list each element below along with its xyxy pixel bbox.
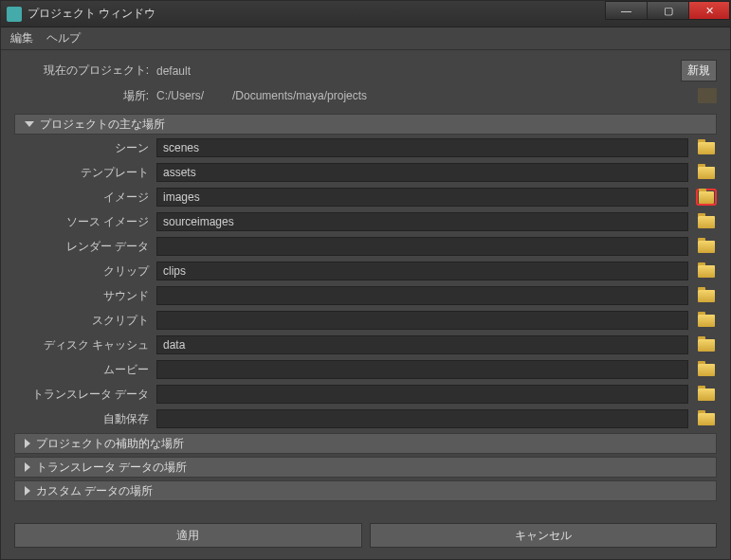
- field-label: 自動保存: [14, 411, 156, 427]
- field-input[interactable]: [156, 237, 688, 256]
- field-input[interactable]: [156, 385, 688, 404]
- folder-icon: [698, 413, 715, 425]
- field-row: サウンド: [14, 285, 717, 306]
- field-label: イメージ: [14, 190, 156, 206]
- current-project-value: default: [156, 64, 191, 78]
- section-translator-locations[interactable]: トランスレータ データの場所: [14, 457, 717, 478]
- field-label: クリップ: [14, 263, 156, 280]
- location-value: C:/Users/ /Documents/maya/projects: [156, 89, 367, 102]
- maximize-button[interactable]: ▢: [647, 1, 688, 20]
- menu-help[interactable]: ヘルプ: [46, 30, 81, 46]
- close-button[interactable]: ✕: [688, 1, 730, 20]
- field-input[interactable]: [156, 163, 688, 182]
- app-icon: [7, 7, 22, 22]
- project-window: プロジェクト ウィンドウ — ▢ ✕ 編集 ヘルプ 現在のプロジェクト: def…: [0, 0, 731, 560]
- field-input[interactable]: [156, 360, 688, 379]
- folder-icon: [698, 290, 715, 302]
- footer: 適用 キャンセル: [1, 512, 730, 559]
- field-row: 自動保存: [14, 408, 717, 429]
- section-custom-label: カスタム データの場所: [36, 483, 153, 499]
- folder-icon: [698, 167, 715, 179]
- section-primary-locations[interactable]: プロジェクトの主な場所: [14, 114, 717, 135]
- content-area: 現在のプロジェクト: default 新規 場所: C:/Users/ /Doc…: [1, 50, 730, 512]
- current-project-row: 現在のプロジェクト: default 新規: [14, 60, 717, 81]
- field-row: トランスレータ データ: [14, 384, 717, 405]
- apply-button[interactable]: 適用: [14, 523, 362, 548]
- field-label: レンダー データ: [14, 239, 156, 255]
- folder-icon: [698, 339, 715, 352]
- field-input[interactable]: [156, 262, 688, 280]
- field-input[interactable]: [156, 335, 688, 354]
- field-row: シーン: [14, 137, 717, 158]
- minimize-button[interactable]: —: [605, 1, 647, 20]
- folder-icon: [698, 142, 715, 154]
- folder-icon: [698, 364, 715, 376]
- field-label: ディスク キャッシュ: [14, 337, 156, 353]
- field-row: ディスク キャッシュ: [14, 334, 717, 355]
- new-project-button[interactable]: 新規: [681, 60, 717, 81]
- field-row: レンダー データ: [14, 236, 717, 257]
- field-input[interactable]: [156, 409, 688, 428]
- field-label: ムービー: [14, 362, 156, 378]
- current-project-label: 現在のプロジェクト:: [14, 63, 156, 79]
- field-label: ソース イメージ: [14, 214, 156, 230]
- browse-folder-button[interactable]: [696, 410, 717, 427]
- browse-folder-button[interactable]: [696, 213, 717, 230]
- location-row: 場所: C:/Users/ /Documents/maya/projects: [14, 85, 717, 106]
- menubar: 編集 ヘルプ: [1, 27, 730, 50]
- chevron-right-icon: [25, 462, 30, 472]
- browse-folder-button[interactable]: [696, 312, 717, 329]
- chevron-right-icon: [25, 439, 30, 448]
- folder-icon: [698, 265, 715, 278]
- field-input[interactable]: [156, 212, 688, 231]
- section-translator-label: トランスレータ データの場所: [36, 460, 187, 476]
- folder-icon: [698, 241, 715, 253]
- field-row: ムービー: [14, 359, 717, 380]
- browse-folder-button[interactable]: [696, 336, 717, 353]
- chevron-right-icon: [25, 486, 30, 496]
- field-input[interactable]: [156, 188, 688, 207]
- browse-folder-button[interactable]: [696, 386, 717, 403]
- folder-icon: [699, 191, 714, 204]
- browse-folder-button[interactable]: [696, 189, 717, 206]
- browse-folder-button[interactable]: [696, 262, 717, 280]
- section-custom-locations[interactable]: カスタム データの場所: [14, 480, 717, 501]
- window-title: プロジェクト ウィンドウ: [27, 6, 155, 22]
- section-secondary-label: プロジェクトの補助的な場所: [36, 436, 184, 452]
- field-input[interactable]: [156, 138, 688, 157]
- field-input[interactable]: [156, 286, 688, 305]
- window-controls: — ▢ ✕: [605, 1, 730, 27]
- chevron-down-icon: [25, 121, 34, 127]
- cancel-button[interactable]: キャンセル: [370, 523, 718, 548]
- field-row: クリップ: [14, 261, 717, 281]
- field-row: スクリプト: [14, 310, 717, 331]
- field-label: シーン: [14, 140, 156, 156]
- browse-folder-button[interactable]: [696, 139, 717, 156]
- folder-icon: [698, 388, 715, 401]
- field-input[interactable]: [156, 311, 688, 330]
- browse-folder-button[interactable]: [696, 164, 717, 181]
- field-row: ソース イメージ: [14, 211, 717, 232]
- field-label: サウンド: [14, 288, 156, 304]
- titlebar: プロジェクト ウィンドウ — ▢ ✕: [1, 1, 730, 27]
- folder-icon: [698, 216, 715, 228]
- browse-folder-button[interactable]: [696, 287, 717, 304]
- location-label: 場所:: [14, 88, 156, 104]
- field-label: トランスレータ データ: [14, 387, 156, 403]
- field-row: テンプレート: [14, 162, 717, 183]
- primary-fields: シーンテンプレートイメージソース イメージレンダー データクリップサウンドスクリ…: [14, 137, 717, 433]
- section-secondary-locations[interactable]: プロジェクトの補助的な場所: [14, 433, 717, 454]
- browse-folder-button[interactable]: [696, 361, 717, 378]
- folder-icon: [698, 315, 715, 327]
- menu-edit[interactable]: 編集: [10, 30, 33, 46]
- field-row: イメージ: [14, 187, 717, 208]
- browse-folder-button[interactable]: [696, 238, 717, 255]
- folder-icon: [698, 88, 717, 103]
- field-label: スクリプト: [14, 313, 156, 329]
- section-primary-label: プロジェクトの主な場所: [40, 117, 165, 133]
- field-label: テンプレート: [14, 165, 156, 181]
